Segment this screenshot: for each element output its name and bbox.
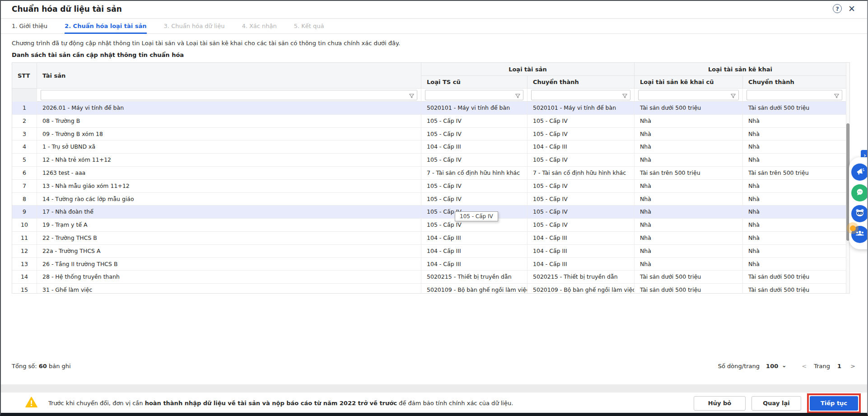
new-declared-cell: Tài sản dưới 500 triệu [743,271,846,284]
megaphone-icon [855,167,864,178]
warning-text-before: Trước khi chuyển đổi, đơn vị cần [48,400,145,407]
back-button[interactable]: Quay lại [751,396,801,411]
new-declared-cell: Nhà [743,154,846,167]
old-declared-cell: Tài sản dưới 500 triệu [635,102,743,115]
asset-cell: 22 - Trường THCS B [37,232,421,245]
warning-icon [25,397,37,410]
community-button[interactable] [851,226,868,243]
row-index: 4 [12,140,37,154]
table-row[interactable]: 2 08 - Trường B 105 - Cấp IV 105 - Cấp I… [12,115,846,128]
cell-tooltip: 105 - Cấp IV [455,211,498,221]
filter-cell-stt [12,89,37,102]
filter-old-declared-input[interactable] [638,90,739,100]
tab-chuan-hoa-du-lieu: 3. Chuẩn hóa dữ liệu [164,19,225,34]
old-type-cell: 5020215 - Thiết bị truyền dẫn [421,271,527,284]
new-type-cell: 5020109 - Bộ bàn ghế ngồi làm việc tr... [527,284,635,293]
row-index: 15 [12,284,37,293]
col-header-new-type: Chuyển thành [527,76,635,89]
old-type-cell: 105 - Cấp IV [421,180,527,193]
table-row[interactable]: 15 31 - Ghế làm việc 5020109 - Bộ bàn gh… [12,284,846,293]
filter-asset-input[interactable] [41,90,417,100]
current-page[interactable]: 1 [837,363,841,369]
old-type-cell: 104 - Cấp III [421,232,527,245]
new-type-cell: 104 - Cấp III [527,140,635,154]
close-icon[interactable]: ✕ [848,4,855,13]
table-row[interactable]: 14 28 - Hệ thống truyền thanh 5020215 - … [12,271,846,284]
row-index: 7 [12,180,37,193]
asset-cell: 26 - Tầng II trường THCS B [37,258,421,271]
new-type-cell: 105 - Cấp IV [527,193,635,206]
table-row[interactable]: 13 26 - Tầng II trường THCS B 104 - Cấp … [12,258,846,271]
asset-cell: 09 - Trường B xóm 18 [37,128,421,141]
table-row[interactable]: 11 22 - Trường THCS B 104 - Cấp III 104 … [12,232,846,245]
chat-support-button[interactable] [851,184,868,201]
old-declared-cell: Tài sản dưới 500 triệu [635,284,743,293]
tab-chuan-hoa-loai-tai-san[interactable]: 2. Chuẩn hóa loại tài sản [65,19,146,34]
table-row[interactable]: 10 19 - Trạm y tế A 105 - Cấp IV 105 - C… [12,219,846,232]
col-header-new-declared: Chuyển thành [743,76,846,89]
asset-cell: 14 - Tường rào các lớp mẫu giáo [37,193,421,206]
asset-cell: 2026.01 - Máy vi tính để bàn [37,102,421,115]
total-unit: bản ghi [49,363,71,369]
table-row[interactable]: 12 22a - Trường THCS A 104 - Cấp III 104… [12,245,846,258]
continue-button[interactable]: Tiếp tục [810,396,858,411]
help-icon[interactable]: ? [833,4,842,13]
old-type-cell: 105 - Cấp IV [421,128,527,141]
total-label: Tổng số: [12,363,37,369]
group-header-asset-type: Loại tài sản [421,63,635,76]
assets-table: STT Tài sản Loại tài sản Loại tài sản kê… [12,62,850,294]
table-row[interactable]: 9 17 - Nhà đoàn thể 105 - Cấp IV 105 - C… [12,206,846,219]
next-page-icon[interactable]: > [850,363,855,369]
asset-cell: 1 - Trụ sở UBND xã [37,140,421,154]
table-row[interactable]: 5 12 - Nhà trẻ xóm 11+12 105 - Cấp IV 10… [12,154,846,167]
old-declared-cell: Nhà [635,128,743,141]
old-type-cell: 104 - Cấp III [421,258,527,271]
new-type-cell: 105 - Cấp IV [527,180,635,193]
page-size-label: Số dòng/trang [718,363,760,369]
bottom-gap [1,384,867,393]
new-declared-cell: Tài sản trên 500 triệu [743,167,846,180]
row-index: 11 [12,232,37,245]
row-index: 3 [12,128,37,141]
new-declared-cell: Nhà [743,219,846,232]
tab-ket-qua: 5. Kết quả [294,19,324,34]
prev-page-icon[interactable]: < [802,363,807,369]
notification-dot [850,225,856,231]
list-footer: Tổng số: 60 bản ghi Số dòng/trang 100 ⌄ … [12,360,855,371]
old-declared-cell: Nhà [635,245,743,258]
table-row[interactable]: 1 2026.01 - Máy vi tính để bàn 5020101 -… [12,102,846,115]
row-index: 6 [12,167,37,180]
col-header-old-declared: Loại tài sản kê khai cũ [635,76,743,89]
table-row[interactable]: 3 09 - Trường B xóm 18 105 - Cấp IV 105 … [12,128,846,141]
old-type-cell: 7 - Tài sản cố định hữu hình khác [421,167,527,180]
new-type-cell: 5020101 - Máy vi tính để bàn [527,102,635,115]
col-header-old-type: Loại TS cũ [421,76,527,89]
old-type-cell: 104 - Cấp III [421,245,527,258]
table-row[interactable]: 6 1263 test - aaa 7 - Tài sản cố định hữ… [12,167,846,180]
old-declared-cell: Nhà [635,115,743,128]
new-type-cell: 105 - Cấp IV [527,115,635,128]
table-row[interactable]: 8 14 - Tường rào các lớp mẫu giáo 105 - … [12,193,846,206]
title-bar: Chuẩn hóa dữ liệu tài sản ? ✕ [1,1,867,18]
assistant-bot-button[interactable] [851,205,868,222]
page-size-select[interactable]: 100 ⌄ [766,363,786,369]
wizard-steps: 1. Giới thiệu 2. Chuẩn hóa loại tài sản … [1,19,867,34]
filter-new-declared-input[interactable] [747,90,842,100]
row-index: 5 [12,154,37,167]
new-declared-cell: Nhà [743,258,846,271]
new-declared-cell: Nhà [743,180,846,193]
filter-new-type-input[interactable] [531,90,630,100]
row-index: 10 [12,219,37,232]
announcement-button[interactable] [851,164,868,181]
table-row[interactable]: 7 13 - Nhà mẫu giáo xóm 11+12 105 - Cấp … [12,180,846,193]
old-type-cell: 5020101 - Máy vi tính để bàn [421,102,527,115]
warning-text-after: để đảm bảo tính chính xác của dữ liệu. [397,400,513,407]
table-row[interactable]: 4 1 - Trụ sở UBND xã 104 - Cấp III 104 -… [12,140,846,154]
new-declared-cell: Nhà [743,128,846,141]
filter-old-type-input[interactable] [425,90,523,100]
warning-text-bold: hoàn thành nhập dữ liệu về tài sản và nộ… [145,400,397,407]
col-header-stt: STT [12,63,37,89]
cancel-button[interactable]: Hủy bỏ [694,396,746,411]
tab-gioi-thieu[interactable]: 1. Giới thiệu [12,19,47,34]
old-declared-cell: Nhà [635,180,743,193]
